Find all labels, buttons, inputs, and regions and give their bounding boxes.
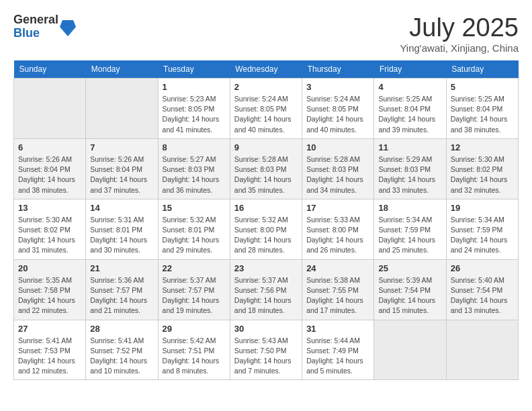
day-info: Sunrise: 5:30 AM Sunset: 8:02 PM Dayligh…: [451, 154, 514, 195]
day-info: Sunrise: 5:43 AM Sunset: 7:50 PM Dayligh…: [234, 336, 298, 377]
day-info: Sunrise: 5:28 AM Sunset: 8:03 PM Dayligh…: [234, 154, 298, 195]
calendar-cell: [374, 320, 446, 380]
calendar-cell: [86, 79, 158, 139]
day-number: 24: [306, 263, 369, 273]
day-number: 19: [451, 203, 514, 213]
day-info: Sunrise: 5:24 AM Sunset: 8:05 PM Dayligh…: [234, 94, 298, 135]
day-info: Sunrise: 5:29 AM Sunset: 8:03 PM Dayligh…: [378, 154, 441, 195]
calendar-cell: 22Sunrise: 5:37 AM Sunset: 7:57 PM Dayli…: [158, 259, 230, 320]
calendar-cell: 18Sunrise: 5:34 AM Sunset: 7:59 PM Dayli…: [374, 199, 446, 259]
calendar-week-row-5: 27Sunrise: 5:41 AM Sunset: 7:53 PM Dayli…: [14, 320, 519, 380]
location-title: Ying'awati, Xinjiang, China: [400, 42, 519, 54]
weekday-header-saturday: Saturday: [446, 60, 518, 79]
calendar-cell: 27Sunrise: 5:41 AM Sunset: 7:53 PM Dayli…: [14, 320, 86, 380]
weekday-header-sunday: Sunday: [14, 60, 86, 79]
day-info: Sunrise: 5:44 AM Sunset: 7:49 PM Dayligh…: [306, 336, 369, 377]
day-info: Sunrise: 5:40 AM Sunset: 7:54 PM Dayligh…: [451, 275, 514, 316]
day-number: 29: [163, 324, 226, 334]
day-number: 2: [234, 82, 298, 92]
weekday-header-tuesday: Tuesday: [158, 60, 230, 79]
calendar-cell: 2Sunrise: 5:24 AM Sunset: 8:05 PM Daylig…: [230, 79, 302, 139]
logo-icon: [60, 17, 76, 36]
day-number: 12: [451, 142, 514, 152]
day-number: 16: [234, 203, 298, 213]
calendar-cell: 24Sunrise: 5:38 AM Sunset: 7:55 PM Dayli…: [302, 259, 374, 320]
day-number: 23: [234, 263, 298, 273]
calendar-cell: 9Sunrise: 5:28 AM Sunset: 8:03 PM Daylig…: [230, 138, 302, 199]
day-info: Sunrise: 5:28 AM Sunset: 8:03 PM Dayligh…: [306, 154, 369, 195]
day-number: 22: [163, 263, 226, 273]
calendar-cell: 20Sunrise: 5:35 AM Sunset: 7:58 PM Dayli…: [14, 259, 86, 320]
page-header: General Blue July 2025 Ying'awati, Xinji…: [13, 13, 519, 54]
calendar-cell: 1Sunrise: 5:23 AM Sunset: 8:05 PM Daylig…: [158, 79, 230, 139]
calendar-cell: 16Sunrise: 5:32 AM Sunset: 8:00 PM Dayli…: [230, 199, 302, 259]
calendar-table: SundayMondayTuesdayWednesdayThursdayFrid…: [13, 60, 519, 380]
day-number: 4: [378, 82, 441, 92]
day-info: Sunrise: 5:26 AM Sunset: 8:04 PM Dayligh…: [90, 154, 153, 195]
weekday-header-thursday: Thursday: [302, 60, 374, 79]
day-number: 1: [163, 82, 226, 92]
calendar-cell: 29Sunrise: 5:42 AM Sunset: 7:51 PM Dayli…: [158, 320, 230, 380]
calendar-cell: 23Sunrise: 5:37 AM Sunset: 7:56 PM Dayli…: [230, 259, 302, 320]
calendar-week-row-1: 1Sunrise: 5:23 AM Sunset: 8:05 PM Daylig…: [14, 79, 519, 139]
day-info: Sunrise: 5:26 AM Sunset: 8:04 PM Dayligh…: [18, 154, 81, 195]
day-number: 27: [18, 324, 81, 334]
calendar-cell: 10Sunrise: 5:28 AM Sunset: 8:03 PM Dayli…: [302, 138, 374, 199]
day-info: Sunrise: 5:41 AM Sunset: 7:53 PM Dayligh…: [18, 336, 81, 377]
weekday-header-monday: Monday: [86, 60, 158, 79]
day-number: 21: [90, 263, 153, 273]
calendar-cell: 5Sunrise: 5:25 AM Sunset: 8:04 PM Daylig…: [446, 79, 518, 139]
day-number: 20: [18, 263, 81, 273]
day-number: 15: [163, 203, 226, 213]
day-number: 3: [306, 82, 369, 92]
logo-text: General Blue: [13, 13, 58, 40]
day-info: Sunrise: 5:36 AM Sunset: 7:57 PM Dayligh…: [90, 275, 153, 316]
day-info: Sunrise: 5:38 AM Sunset: 7:55 PM Dayligh…: [306, 275, 369, 316]
calendar-cell: 28Sunrise: 5:41 AM Sunset: 7:52 PM Dayli…: [86, 320, 158, 380]
calendar-week-row-4: 20Sunrise: 5:35 AM Sunset: 7:58 PM Dayli…: [14, 259, 519, 320]
day-number: 10: [306, 142, 369, 152]
day-info: Sunrise: 5:35 AM Sunset: 7:58 PM Dayligh…: [18, 275, 81, 316]
day-number: 7: [90, 142, 153, 152]
day-info: Sunrise: 5:34 AM Sunset: 7:59 PM Dayligh…: [378, 215, 441, 256]
day-info: Sunrise: 5:31 AM Sunset: 8:01 PM Dayligh…: [90, 215, 153, 256]
calendar-cell: 26Sunrise: 5:40 AM Sunset: 7:54 PM Dayli…: [446, 259, 518, 320]
day-info: Sunrise: 5:23 AM Sunset: 8:05 PM Dayligh…: [163, 94, 226, 135]
calendar-cell: 17Sunrise: 5:33 AM Sunset: 8:00 PM Dayli…: [302, 199, 374, 259]
day-number: 14: [90, 203, 153, 213]
title-block: July 2025 Ying'awati, Xinjiang, China: [400, 13, 519, 54]
day-info: Sunrise: 5:41 AM Sunset: 7:52 PM Dayligh…: [90, 336, 153, 377]
weekday-header-friday: Friday: [374, 60, 446, 79]
day-info: Sunrise: 5:39 AM Sunset: 7:54 PM Dayligh…: [378, 275, 441, 316]
calendar-cell: 31Sunrise: 5:44 AM Sunset: 7:49 PM Dayli…: [302, 320, 374, 380]
logo-blue: Blue: [13, 27, 58, 40]
day-info: Sunrise: 5:33 AM Sunset: 8:00 PM Dayligh…: [306, 215, 369, 256]
calendar-cell: 8Sunrise: 5:27 AM Sunset: 8:03 PM Daylig…: [158, 138, 230, 199]
logo: General Blue: [13, 13, 76, 40]
day-number: 30: [234, 324, 298, 334]
day-info: Sunrise: 5:30 AM Sunset: 8:02 PM Dayligh…: [18, 215, 81, 256]
day-number: 5: [451, 82, 514, 92]
calendar-cell: 3Sunrise: 5:24 AM Sunset: 8:05 PM Daylig…: [302, 79, 374, 139]
day-info: Sunrise: 5:37 AM Sunset: 7:57 PM Dayligh…: [163, 275, 226, 316]
calendar-cell: 7Sunrise: 5:26 AM Sunset: 8:04 PM Daylig…: [86, 138, 158, 199]
day-number: 8: [163, 142, 226, 152]
calendar-cell: [14, 79, 86, 139]
calendar-cell: 15Sunrise: 5:32 AM Sunset: 8:01 PM Dayli…: [158, 199, 230, 259]
calendar-cell: 13Sunrise: 5:30 AM Sunset: 8:02 PM Dayli…: [14, 199, 86, 259]
day-number: 17: [306, 203, 369, 213]
day-info: Sunrise: 5:25 AM Sunset: 8:04 PM Dayligh…: [451, 94, 514, 135]
day-info: Sunrise: 5:32 AM Sunset: 8:01 PM Dayligh…: [163, 215, 226, 256]
calendar-cell: 11Sunrise: 5:29 AM Sunset: 8:03 PM Dayli…: [374, 138, 446, 199]
day-number: 18: [378, 203, 441, 213]
day-info: Sunrise: 5:24 AM Sunset: 8:05 PM Dayligh…: [306, 94, 369, 135]
calendar-week-row-2: 6Sunrise: 5:26 AM Sunset: 8:04 PM Daylig…: [14, 138, 519, 199]
calendar-cell: 30Sunrise: 5:43 AM Sunset: 7:50 PM Dayli…: [230, 320, 302, 380]
day-number: 26: [451, 263, 514, 273]
day-number: 11: [378, 142, 441, 152]
day-info: Sunrise: 5:37 AM Sunset: 7:56 PM Dayligh…: [234, 275, 298, 316]
logo-general: General: [13, 13, 58, 27]
day-info: Sunrise: 5:27 AM Sunset: 8:03 PM Dayligh…: [163, 154, 226, 195]
day-info: Sunrise: 5:32 AM Sunset: 8:00 PM Dayligh…: [234, 215, 298, 256]
calendar-cell: [446, 320, 518, 380]
